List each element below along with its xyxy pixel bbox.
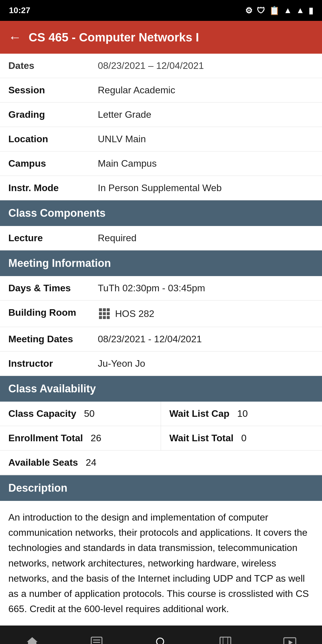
location-value: UNLV Main: [98, 134, 314, 145]
instr-mode-value: In Person Supplemental Web: [98, 182, 314, 193]
campus-row: Campus Main Campus: [0, 151, 322, 176]
description-header: Description: [0, 475, 322, 501]
meeting-info-header: Meeting Information: [0, 250, 322, 276]
description-text: An introduction to the design and implem…: [0, 501, 322, 626]
campus-label: Campus: [8, 158, 98, 169]
available-seats-label: Available Seats: [8, 457, 78, 468]
days-times-label: Days & Times: [8, 283, 98, 294]
nav-news[interactable]: News: [64, 631, 129, 644]
dates-value: 08/23/2021 – 12/04/2021: [98, 60, 314, 71]
bottom-nav: Home News Search: [0, 626, 322, 644]
grading-label: Grading: [8, 109, 98, 120]
svg-rect-0: [99, 308, 102, 311]
wait-list-total-value: 0: [241, 433, 247, 444]
location-row: Location UNLV Main: [0, 127, 322, 151]
class-components-header: Class Components: [0, 200, 322, 226]
battery-icon: ▮: [309, 6, 313, 16]
search-icon: [154, 636, 168, 644]
available-seats-value: 24: [86, 457, 97, 468]
days-times-row: Days & Times TuTh 02:30pm - 03:45pm: [0, 276, 322, 301]
session-row: Session Regular Academic: [0, 78, 322, 103]
map-icon: [219, 636, 232, 644]
building-room-label: Building Room: [8, 307, 98, 318]
signal-icon: ▲: [296, 6, 304, 15]
svg-marker-20: [289, 640, 293, 644]
settings-icon: ⚙: [245, 6, 253, 16]
building-icon: [98, 307, 111, 320]
enrollment-total-row: Enrollment Total 26: [0, 426, 161, 451]
session-label: Session: [8, 85, 98, 96]
instr-mode-row: Instr. Mode In Person Supplemental Web: [0, 176, 322, 200]
svg-rect-4: [103, 312, 106, 315]
lecture-value: Required: [98, 233, 314, 244]
shield-icon: 🛡: [257, 6, 265, 16]
days-times-value: TuTh 02:30pm - 03:45pm: [98, 283, 314, 294]
videos-icon: [283, 636, 296, 644]
svg-rect-16: [220, 637, 231, 644]
nav-map[interactable]: Map: [193, 631, 258, 644]
svg-point-14: [157, 638, 164, 644]
nav-home[interactable]: Home: [0, 631, 64, 644]
available-seats-row: Available Seats 24: [0, 451, 322, 475]
svg-rect-8: [107, 316, 110, 319]
class-capacity-label: Class Capacity: [8, 408, 76, 419]
svg-rect-5: [107, 312, 110, 315]
svg-rect-6: [99, 316, 102, 319]
instructor-row: Instructor Ju-Yeon Jo: [0, 352, 322, 376]
class-capacity-row: Class Capacity 50: [0, 402, 161, 426]
wait-list-cap-value: 10: [237, 408, 248, 419]
enrollment-total-value: 26: [91, 433, 101, 444]
wait-list-cap-label: Wait List Cap: [169, 408, 229, 419]
back-button[interactable]: ←: [8, 30, 21, 45]
svg-rect-11: [93, 640, 100, 640]
class-capacity-value: 50: [84, 408, 95, 419]
enrollment-total-label: Enrollment Total: [8, 433, 83, 444]
wait-list-total-row: Wait List Total 0: [161, 426, 322, 451]
lecture-row: Lecture Required: [0, 226, 322, 250]
wait-list-total-label: Wait List Total: [169, 433, 233, 444]
svg-marker-9: [27, 637, 38, 644]
status-icons: ⚙ 🛡 📋 ▲ ▲ ▮: [245, 6, 313, 16]
instructor-label: Instructor: [8, 358, 98, 369]
svg-rect-7: [103, 316, 106, 319]
building-room-row: Building Room HOS 282: [0, 301, 322, 327]
lecture-label: Lecture: [8, 233, 98, 244]
grading-value: Letter Grade: [98, 109, 314, 120]
grading-row: Grading Letter Grade: [0, 103, 322, 127]
svg-rect-12: [93, 642, 100, 643]
svg-rect-10: [91, 637, 102, 644]
campus-value: Main Campus: [98, 158, 314, 169]
nav-videos[interactable]: Videos: [258, 631, 322, 644]
status-time: 10:27: [9, 6, 30, 15]
dates-label: Dates: [8, 60, 98, 71]
svg-rect-2: [107, 308, 110, 311]
dates-row: Dates 08/23/2021 – 12/04/2021: [0, 54, 322, 78]
content-area: Dates 08/23/2021 – 12/04/2021 Session Re…: [0, 54, 322, 626]
nav-search[interactable]: Search: [129, 631, 193, 644]
svg-rect-1: [103, 308, 106, 311]
meeting-dates-row: Meeting Dates 08/23/2021 - 12/04/2021: [0, 327, 322, 352]
instructor-value: Ju-Yeon Jo: [98, 358, 314, 369]
news-icon: [90, 636, 103, 644]
meeting-dates-value: 08/23/2021 - 12/04/2021: [98, 334, 314, 345]
status-bar: 10:27 ⚙ 🛡 📋 ▲ ▲ ▮: [0, 0, 322, 21]
availability-section: Class Capacity 50 Wait List Cap 10 Enrol…: [0, 402, 322, 475]
instr-mode-label: Instr. Mode: [8, 182, 98, 193]
wifi-icon: ▲: [284, 6, 292, 15]
session-value: Regular Academic: [98, 85, 314, 96]
wait-list-cap-row: Wait List Cap 10: [161, 402, 322, 426]
home-icon: [26, 636, 39, 644]
class-availability-header: Class Availability: [0, 376, 322, 402]
building-room-value: HOS 282: [98, 307, 314, 320]
building-room-text: HOS 282: [115, 308, 154, 319]
clipboard-icon: 📋: [269, 6, 280, 16]
app-bar: ← CS 465 - Computer Networks I: [0, 21, 322, 54]
page-title: CS 465 - Computer Networks I: [29, 31, 314, 44]
svg-rect-3: [99, 312, 102, 315]
location-label: Location: [8, 134, 98, 145]
meeting-dates-label: Meeting Dates: [8, 334, 98, 345]
